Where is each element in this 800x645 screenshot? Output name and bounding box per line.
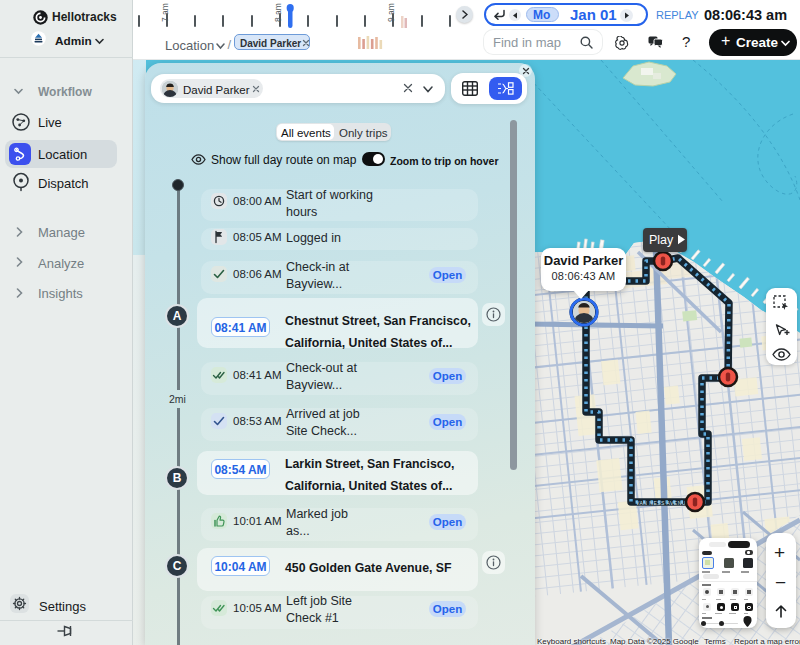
svg-text:9 am: 9 am: [386, 3, 396, 22]
svg-text:8 am: 8 am: [273, 3, 283, 22]
svg-text:VAN NESS AVENUE: VAN NESS AVENUE: [636, 500, 690, 506]
svg-text:7 am: 7 am: [160, 3, 170, 22]
